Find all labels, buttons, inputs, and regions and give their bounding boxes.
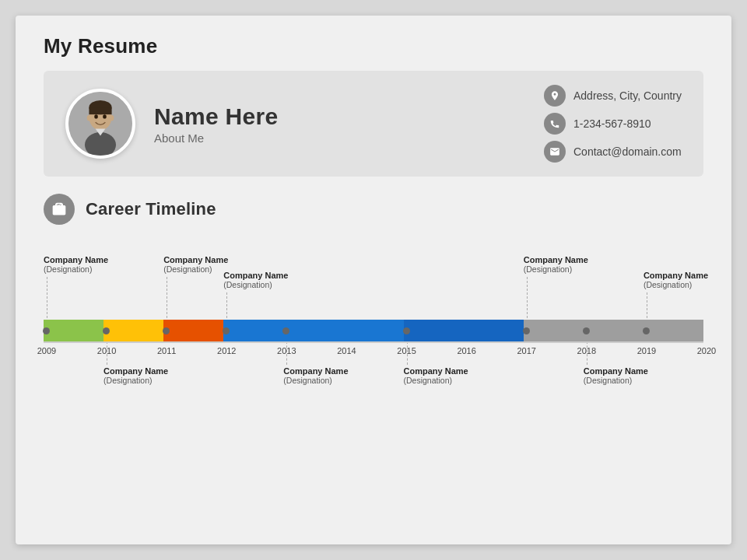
timeline-dot-bottom: [583, 327, 590, 334]
axis-line: [44, 341, 703, 343]
contact-block: Address, City, Country 1-234-567-8910 Co…: [525, 85, 682, 163]
year-label: 2015: [393, 346, 421, 355]
year-label: 2018: [573, 346, 601, 355]
section-header: Career Timeline: [44, 194, 703, 225]
dashed-line: [226, 292, 227, 318]
phone-icon: [544, 113, 566, 135]
avatar: [65, 89, 135, 159]
timeline-label-bottom: Company Name (Designation): [584, 366, 677, 385]
address-icon: [544, 85, 566, 107]
timeline-dot: [43, 327, 50, 334]
dashed-line: [527, 277, 528, 318]
email-row: Contact@domain.com: [544, 141, 682, 163]
svg-point-6: [94, 114, 98, 118]
phone-row: 1-234-567-8910: [544, 113, 682, 135]
phone-text: 1-234-567-8910: [573, 117, 651, 130]
timeline-dot: [523, 327, 530, 334]
svg-point-8: [87, 115, 91, 121]
timeline-visual: Company Name (Designation) Company Name …: [44, 242, 703, 397]
timeline-bar: [223, 320, 403, 341]
year-label: 2011: [153, 346, 181, 355]
svg-point-4: [85, 132, 116, 157]
svg-point-9: [110, 115, 114, 121]
page-title: My Resume: [44, 34, 703, 58]
timeline-container: Company Name (Designation) Company Name …: [44, 242, 703, 526]
timeline-dot-bottom: [403, 327, 410, 334]
year-label: 2019: [633, 346, 661, 355]
address-text: Address, City, Country: [573, 89, 682, 102]
svg-point-7: [103, 114, 107, 118]
timeline-label-bottom: Company Name (Designation): [404, 366, 497, 385]
slide: My Resume: [16, 16, 731, 544]
timeline-label-top: Company Name (Designation): [524, 255, 617, 274]
timeline-label-bottom: Company Name (Designation): [283, 366, 377, 385]
email-text: Contact@domain.com: [573, 145, 682, 158]
year-label: 2009: [33, 346, 61, 355]
timeline-bar: [524, 320, 703, 341]
name-block: Name Here About Me: [154, 103, 525, 145]
timeline-label-top: Company Name (Designation): [223, 271, 317, 289]
year-label: 2017: [513, 346, 541, 355]
timeline-bar: [404, 320, 524, 341]
timeline-dot-bottom: [103, 327, 110, 334]
year-label: 2014: [332, 346, 360, 355]
header-card: Name Here About Me Address, City, Countr…: [44, 71, 703, 177]
timeline-label-bottom: Company Name (Designation): [103, 366, 197, 385]
dashed-line: [167, 277, 167, 318]
career-icon: [44, 194, 75, 225]
about-me-text: About Me: [154, 131, 525, 145]
email-icon: [544, 141, 566, 163]
year-label: 2020: [693, 346, 721, 355]
career-section-title: Career Timeline: [86, 199, 216, 219]
svg-rect-3: [89, 107, 111, 114]
timeline-bar: [44, 320, 103, 341]
year-label: 2010: [93, 346, 121, 355]
dashed-line: [47, 277, 47, 318]
person-name: Name Here: [154, 103, 525, 130]
timeline-bar: [103, 320, 163, 341]
timeline-dot: [643, 327, 650, 334]
timeline-label-top: Company Name (Designation): [644, 271, 737, 289]
timeline-label-top: Company Name (Designation): [44, 255, 137, 274]
address-row: Address, City, Country: [544, 85, 682, 107]
year-label: 2013: [272, 346, 300, 355]
year-label: 2012: [212, 346, 240, 355]
dashed-line: [647, 292, 647, 318]
year-label: 2016: [453, 346, 481, 355]
